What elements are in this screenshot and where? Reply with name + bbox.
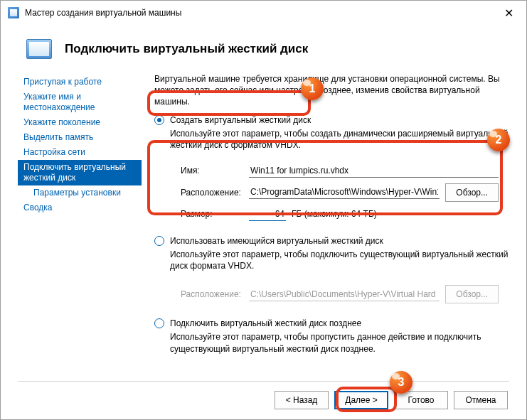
close-icon[interactable]: ✕ <box>499 4 519 23</box>
radio-attach-later[interactable] <box>154 318 164 328</box>
radio-attach-later-label: Подключить виртуальный жесткий диск позд… <box>170 318 361 328</box>
sidebar-item-install-options[interactable]: Параметры установки <box>18 185 142 200</box>
browse-button[interactable]: Обзор... <box>445 183 499 202</box>
size-label: Размер: <box>181 209 243 219</box>
radio-create-vhd-label: Создать виртуальный жесткий диск <box>170 115 311 125</box>
intro-text: Виртуальной машине требуется хранилище д… <box>154 73 509 108</box>
sidebar-item-summary[interactable]: Сводка <box>18 200 142 215</box>
app-icon <box>8 7 19 18</box>
sidebar-item-generation[interactable]: Укажите поколение <box>18 115 142 130</box>
size-input[interactable] <box>249 208 286 221</box>
sidebar-item-intro[interactable]: Приступая к работе <box>18 75 142 90</box>
opt3-desc: Используйте этот параметр, чтобы пропуст… <box>170 331 509 354</box>
loc-input[interactable] <box>249 185 440 199</box>
window-title: Мастер создания виртуальной машины <box>25 8 181 18</box>
name-input[interactable] <box>249 164 499 178</box>
sidebar-item-network[interactable]: Настройка сети <box>18 145 142 160</box>
size-unit: ГБ (максимум: 64 ТБ) <box>292 209 377 219</box>
opt1-desc: Используйте этот параметр, чтобы создать… <box>170 128 509 151</box>
name-label: Имя: <box>181 166 243 176</box>
radio-use-existing-label: Использовать имеющийся виртуальный жестк… <box>170 236 383 246</box>
radio-use-existing[interactable] <box>154 236 164 246</box>
wizard-content: Виртуальной машине требуется хранилище д… <box>154 69 509 372</box>
browse2-button: Обзор... <box>445 285 499 303</box>
titlebar: Мастер создания виртуальной машины ✕ <box>1 1 526 25</box>
finish-button[interactable]: Готово <box>394 391 448 409</box>
header-icon <box>26 39 52 59</box>
opt2-panel: Расположение: Обзор... <box>170 277 509 313</box>
loc2-input <box>249 288 440 301</box>
wizard-sidebar: Приступая к работе Укажите имя и местона… <box>18 69 142 372</box>
page-header: Подключить виртуальный жесткий диск <box>1 25 526 69</box>
sidebar-item-vhd[interactable]: Подключить виртуальный жесткий диск <box>18 160 142 185</box>
page-title: Подключить виртуальный жесткий диск <box>65 42 308 56</box>
radio-create-vhd[interactable] <box>154 115 164 125</box>
loc2-label: Расположение: <box>181 289 243 299</box>
opt2-desc: Используйте этот параметр, чтобы подключ… <box>170 249 509 271</box>
back-button[interactable]: < Назад <box>275 391 329 409</box>
next-button[interactable]: Далее > <box>334 391 388 409</box>
sidebar-item-memory[interactable]: Выделить память <box>18 130 142 145</box>
wizard-window: Мастер создания виртуальной машины ✕ Под… <box>0 0 527 420</box>
sidebar-item-name[interactable]: Укажите имя и местонахождение <box>18 90 142 115</box>
opt1-panel: Имя: Расположение: Обзор... Размер: ГБ (… <box>170 156 509 230</box>
wizard-footer: < Назад Далее > Готово Отмена 3 <box>1 381 526 419</box>
loc-label: Расположение: <box>181 188 243 198</box>
cancel-button[interactable]: Отмена <box>454 391 508 409</box>
